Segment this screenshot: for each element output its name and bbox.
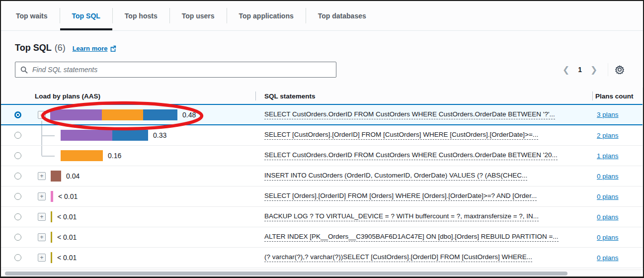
plans-count-link[interactable]: 0 plans (597, 254, 619, 262)
load-value-label: < 0.01 (58, 192, 78, 200)
row-radio-selected[interactable] (14, 111, 21, 118)
plans-count-cell: 1 plans (597, 146, 619, 166)
row-radio[interactable] (14, 152, 21, 159)
page-number: 1 (575, 66, 585, 74)
load-bar-segment-blue (143, 109, 177, 120)
sql-statement-link[interactable]: BACKUP LOG ? TO VIRTUAL_DEVICE = ? WITH … (264, 212, 539, 221)
tab-top-databases[interactable]: Top databases (306, 1, 378, 30)
load-bar-segment-olive (51, 232, 52, 243)
plans-count-link[interactable]: 1 plans (597, 152, 619, 160)
next-page-button[interactable]: ❯ (587, 63, 601, 77)
learn-more-link[interactable]: Learn more (73, 45, 117, 52)
sql-statement-link[interactable]: SELECT [Orders].[OrderID] FROM [Orders] … (264, 192, 537, 201)
tree-connector (41, 121, 42, 124)
load-bar-segment-olive (51, 211, 52, 222)
sql-statement-link[interactable]: (? varchar(?),? varchar(?))SELECT [CustO… (264, 253, 532, 262)
sql-statement-link[interactable]: INSERT INTO CustOrders (OrderID, Custome… (264, 172, 527, 181)
plans-count-link[interactable]: 2 plans (597, 132, 619, 139)
plans-count-link[interactable]: 0 plans (597, 193, 619, 200)
table-body: −0.48SELECT CustOrders.OrderID FROM Cust… (1, 104, 643, 268)
tree-connector (41, 146, 42, 156)
table-row: +< 0.01BACKUP LOG ? TO VIRTUAL_DEVICE = … (1, 207, 643, 227)
row-radio[interactable] (14, 132, 21, 139)
table-row: +< 0.01(? varchar(?),? varchar(?))SELECT… (1, 248, 643, 268)
plans-count-cell: 2 plans (597, 125, 619, 145)
column-header-sql-statements: SQL statements (264, 88, 316, 104)
expand-row-icon[interactable]: + (38, 192, 46, 200)
row-radio[interactable] (14, 173, 21, 180)
row-radio[interactable] (14, 234, 21, 241)
load-bar: 0.04 (51, 171, 80, 182)
plans-count-cell: 0 plans (597, 166, 619, 186)
row-radio[interactable] (14, 193, 21, 200)
tree-connector (42, 135, 55, 136)
load-bar: < 0.01 (51, 232, 77, 243)
table-row: 0.33SELECT [CustOrders].[OrderID] FROM [… (1, 125, 643, 146)
load-value-label: < 0.01 (57, 233, 77, 241)
horizontal-scrollbar[interactable] (1, 270, 643, 277)
result-count: (6) (55, 43, 66, 53)
page-title: Top SQL (15, 43, 52, 53)
tab-top-applications[interactable]: Top applications (227, 1, 306, 30)
load-value-label: 0.33 (153, 131, 166, 139)
load-value-label: < 0.01 (57, 213, 77, 221)
tab-top-hosts[interactable]: Top hosts (113, 1, 169, 30)
pagination: ❮ 1 ❯ (559, 63, 624, 77)
load-value-label: 0.16 (108, 152, 121, 160)
search-box[interactable] (15, 62, 336, 78)
load-bar-segment-olive (51, 252, 52, 263)
expand-row-icon[interactable]: + (38, 213, 46, 221)
column-divider[interactable] (255, 92, 256, 100)
row-radio[interactable] (14, 254, 21, 261)
sql-statement-cell: SELECT CustOrders.OrderID FROM CustOrder… (264, 146, 558, 166)
settings-button[interactable] (615, 65, 624, 74)
plans-count-cell: 0 plans (597, 186, 619, 206)
sql-statement-cell: INSERT INTO CustOrders (OrderID, Custome… (264, 166, 527, 186)
load-bar-segment-purple (50, 109, 102, 120)
external-link-icon (110, 45, 116, 52)
sql-statement-cell: SELECT [CustOrders].[OrderID] FROM [Cust… (264, 125, 538, 145)
sql-statement-cell: BACKUP LOG ? TO VIRTUAL_DEVICE = ? WITH … (264, 207, 539, 227)
tab-bar: Top waitsTop SQLTop hostsTop usersTop ap… (1, 1, 643, 31)
table-header-row: Load by plans (AAS) SQL statements Plans… (1, 88, 643, 104)
panel-header: Top SQL (6) Learn more (15, 43, 629, 53)
column-header-plans-count: Plans count (595, 88, 634, 104)
gear-icon (615, 65, 624, 74)
column-header-load-by-plans: Load by plans (AAS) (35, 88, 100, 104)
sql-statement-cell: (? varchar(?),? varchar(?))SELECT [CustO… (264, 248, 532, 268)
tab-top-waits[interactable]: Top waits (4, 1, 60, 30)
load-bar-segment-pink (51, 191, 53, 202)
expand-row-icon[interactable]: + (38, 254, 46, 262)
expand-row-icon[interactable]: + (38, 233, 46, 241)
table-row: 0.16SELECT CustOrders.OrderID FROM CustO… (1, 146, 643, 166)
sql-statement-cell: SELECT CustOrders.OrderID FROM CustOrder… (264, 105, 555, 124)
load-bar: 0.48 (50, 109, 196, 120)
plans-count-link[interactable]: 0 plans (597, 213, 619, 221)
sql-statement-link[interactable]: SELECT CustOrders.OrderID FROM CustOrder… (264, 110, 555, 119)
sql-statement-link[interactable]: SELECT [CustOrders].[OrderID] FROM [Cust… (264, 131, 538, 140)
scrollbar-thumb[interactable] (5, 272, 567, 276)
load-bar: 0.16 (61, 150, 121, 161)
column-divider[interactable] (592, 92, 593, 100)
load-value-label: 0.48 (182, 111, 196, 119)
load-bar-segment-blue (112, 130, 148, 141)
tree-connector (42, 156, 55, 157)
load-bar: 0.33 (61, 130, 166, 141)
table-row: +0.04INSERT INTO CustOrders (OrderID, Cu… (1, 166, 643, 186)
plans-count-link[interactable]: 3 plans (597, 111, 619, 118)
table-row: −0.48SELECT CustOrders.OrderID FROM Cust… (1, 104, 643, 125)
tab-top-users[interactable]: Top users (170, 1, 227, 30)
plans-count-link[interactable]: 0 plans (597, 234, 619, 241)
pager-divider (608, 63, 608, 76)
search-input[interactable] (32, 66, 331, 74)
tab-top-sql[interactable]: Top SQL (60, 1, 112, 30)
expand-row-icon[interactable]: + (38, 172, 46, 180)
prev-page-button[interactable]: ❮ (559, 63, 573, 77)
sql-statement-link[interactable]: SELECT CustOrders.OrderID FROM CustOrder… (264, 151, 558, 160)
row-radio[interactable] (14, 213, 21, 220)
sql-statement-link[interactable]: ALTER INDEX [PK__Orders__C3905BAF6D1AC47… (264, 233, 559, 242)
collapse-row-icon[interactable]: − (38, 111, 46, 119)
load-bar-segment-brown (51, 171, 61, 182)
plans-count-link[interactable]: 0 plans (597, 173, 619, 180)
plans-count-cell: 3 plans (597, 105, 619, 124)
